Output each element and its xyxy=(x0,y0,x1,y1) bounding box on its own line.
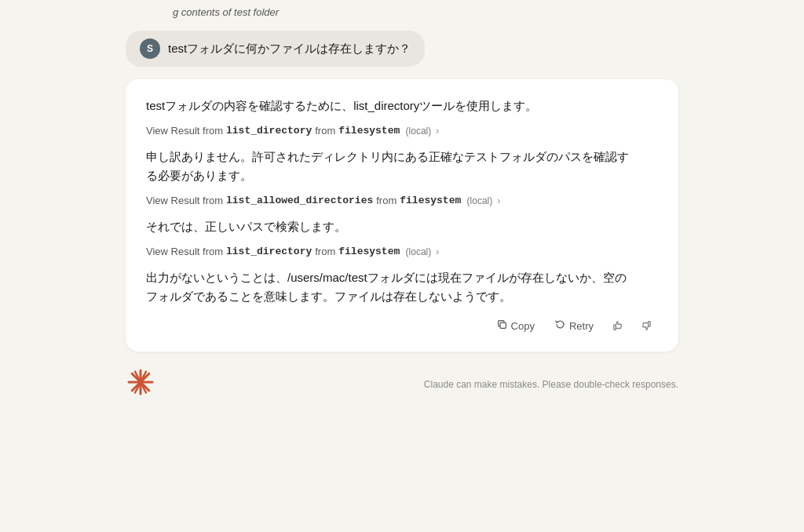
chevron-icon-1: › xyxy=(436,126,439,137)
copy-button[interactable]: Copy xyxy=(489,315,543,336)
assistant-line-1: testフォルダの内容を確認するために、list_directoryツールを使用… xyxy=(146,97,658,115)
user-message: S testフォルダに何かファイルは存在しますか？ xyxy=(126,31,425,67)
thumbup-button[interactable] xyxy=(606,314,630,337)
claude-logo xyxy=(126,367,155,401)
thumbdown-button[interactable] xyxy=(634,314,658,337)
tool-result-3[interactable]: View Result from list_directory from fil… xyxy=(146,246,658,257)
action-bar: Copy Retry xyxy=(146,314,658,337)
assistant-card: testフォルダの内容を確認するために、list_directoryツールを使用… xyxy=(126,79,678,352)
footer-row: Claude can make mistakes. Please double-… xyxy=(0,355,804,401)
page-container: g contents of test folder S testフォルダに何かフ… xyxy=(0,0,804,532)
svg-rect-1 xyxy=(614,325,616,330)
chat-area: S testフォルダに何かファイルは存在しますか？ testフォルダの内容を確認… xyxy=(0,31,804,352)
tool-result-1[interactable]: View Result from list_directory from fil… xyxy=(146,125,658,137)
copy-icon xyxy=(497,319,507,332)
retry-button[interactable]: Retry xyxy=(547,315,601,336)
retry-icon xyxy=(555,319,565,332)
assistant-line-3: それでは、正しいパスで検索します。 xyxy=(146,217,658,236)
tool-result-2[interactable]: View Result from list_allowed_directorie… xyxy=(146,195,658,206)
assistant-line-2: 申し訳ありません。許可されたディレクトリ内にある正確なテストフォルダのパスを確認… xyxy=(146,148,658,185)
assistant-line-4: 出力がないということは、/users/mac/testフォルダには現在ファイルが… xyxy=(146,268,658,306)
chevron-icon-2: › xyxy=(497,195,500,206)
breadcrumb: g contents of test folder xyxy=(0,0,804,24)
user-message-text: testフォルダに何かファイルは存在しますか？ xyxy=(168,42,411,56)
svg-rect-0 xyxy=(500,322,506,328)
avatar: S xyxy=(140,38,160,59)
chevron-icon-3: › xyxy=(436,246,439,257)
footer-disclaimer: Claude can make mistakes. Please double-… xyxy=(424,379,678,390)
svg-rect-2 xyxy=(649,322,651,326)
